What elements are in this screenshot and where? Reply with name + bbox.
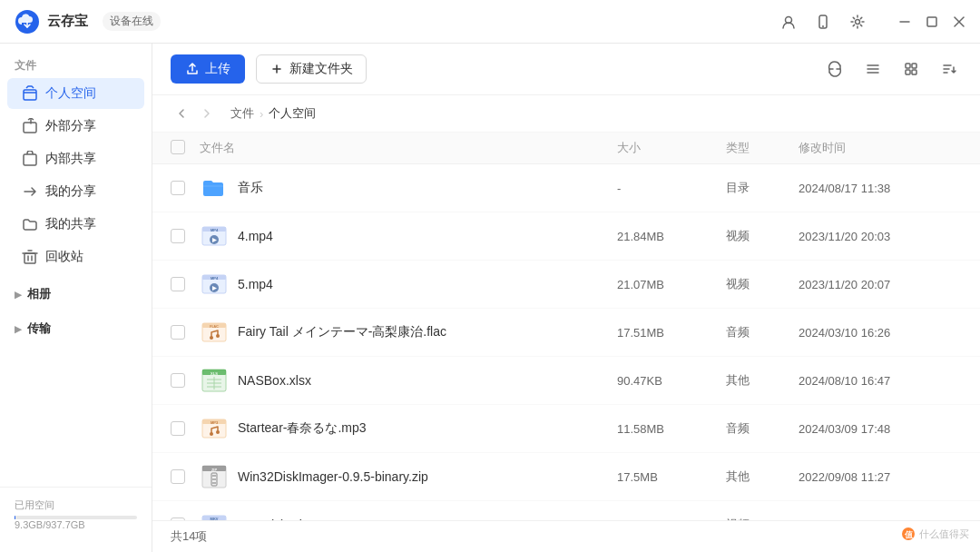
personal-space-label: 个人空间 [45, 85, 96, 102]
svg-point-4 [822, 25, 824, 27]
svg-text:值: 值 [904, 530, 914, 539]
folder-icon-0 [200, 173, 229, 202]
storage-used-label: 已用空间 [15, 499, 54, 510]
transfer-arrow-icon: ▶ [15, 324, 22, 334]
table-row[interactable]: ZIP Win32DiskImager-0.9.5-binary.zip 17.… [152, 453, 980, 501]
sort-button[interactable] [936, 56, 962, 82]
table-row[interactable]: XLS NASBox.xlsx 90.47KB 其他 2024/08/10 16… [152, 357, 980, 405]
close-button[interactable] [953, 15, 965, 28]
select-all-checkbox[interactable] [171, 140, 185, 154]
header-size: 大小 [617, 140, 726, 156]
storage-amount: 9.3GB/937.7GB [15, 519, 85, 530]
svg-point-51 [210, 432, 213, 436]
sidebar-item-trash[interactable]: 回收站 [7, 242, 144, 272]
svg-rect-23 [906, 70, 910, 74]
nav-back-button[interactable] [171, 103, 192, 124]
row-checkbox-2[interactable] [171, 277, 200, 291]
table-row[interactable]: FLAC Fairy Tail メインテーマ-高梨康治.flac 17.51MB… [152, 309, 980, 357]
watermark-icon: 值 [901, 527, 916, 541]
file-name-cell-4: XLS NASBox.xlsx [200, 366, 617, 395]
folder-share-label: 我的共享 [45, 216, 96, 232]
svg-rect-11 [24, 123, 36, 133]
file-name-3: Fairy Tail メインテーマ-高梨康治.flac [238, 324, 446, 340]
upload-button[interactable]: 上传 [171, 54, 245, 84]
excel-icon-4: XLS [200, 366, 229, 395]
row-checkbox-3[interactable] [171, 325, 200, 340]
file-name-0: 音乐 [238, 180, 263, 196]
restore-button[interactable] [926, 15, 938, 28]
trash-label: 回收站 [45, 249, 83, 265]
svg-rect-10 [24, 90, 36, 100]
row-checkbox-1[interactable] [171, 229, 200, 243]
file-name-cell-5: MP3 Startear-春奈るな.mp3 [200, 414, 617, 443]
sidebar-group-albums: ▶ 相册 [0, 281, 152, 308]
svg-rect-7 [927, 17, 936, 26]
file-type-3: 音频 [726, 324, 799, 340]
grid-view-button[interactable] [898, 56, 924, 82]
file-size-2: 21.07MB [617, 278, 726, 291]
file-size-5: 11.58MB [617, 422, 726, 436]
sidebar-item-folder-share[interactable]: 我的共享 [7, 209, 144, 240]
sidebar-group-transfer-header[interactable]: ▶ 传输 [0, 315, 152, 342]
file-name-cell-1: MP4 4.mp4 [200, 222, 617, 251]
file-name-cell-6: ZIP Win32DiskImager-0.9.5-binary.zip [200, 462, 617, 491]
total-count: 共14项 [171, 529, 207, 543]
external-share-icon [22, 118, 38, 134]
file-name-4: NASBox.xlsx [238, 373, 311, 388]
header-type: 类型 [726, 140, 799, 156]
table-row[interactable]: MKV aaaa (1).mkv 3.55MB 视频 2022/05/23 16… [152, 501, 980, 520]
nav-forward-button[interactable] [196, 103, 218, 124]
sidebar-group-albums-header[interactable]: ▶ 相册 [0, 281, 152, 308]
sidebar-item-internal-share[interactable]: 内部共享 [7, 143, 144, 174]
internal-share-label: 内部共享 [45, 151, 96, 167]
table-row[interactable]: MP4 5.mp4 21.07MB 视频 2023/11/20 20:07 [152, 261, 980, 309]
table-row[interactable]: MP4 4.mp4 21.84MB 视频 2023/11/20 20:03 [152, 212, 980, 261]
sidebar-item-personal-space[interactable]: 个人空间 [7, 78, 144, 109]
sidebar-item-my-share[interactable]: 我的分享 [7, 176, 144, 207]
svg-text:MP3: MP3 [211, 420, 219, 425]
user-icon[interactable] [780, 14, 797, 30]
minimize-button[interactable] [898, 15, 911, 28]
svg-rect-22 [912, 64, 916, 68]
file-name-6: Win32DiskImager-0.9.5-binary.zip [238, 469, 428, 484]
file-type-2: 视频 [726, 276, 799, 292]
breadcrumb: 文件 › 个人空间 [152, 95, 980, 133]
row-checkbox-0[interactable] [171, 181, 200, 195]
table-row[interactable]: MP3 Startear-春奈るな.mp3 11.58MB 音频 2024/03… [152, 405, 980, 453]
header-checkbox[interactable] [171, 140, 200, 156]
file-name-cell-2: MP4 5.mp4 [200, 270, 617, 299]
folder-share-icon [22, 216, 38, 232]
sidebar-item-external-share[interactable]: 外部分享 [7, 111, 144, 142]
phone-icon[interactable] [815, 14, 831, 30]
new-folder-label: 新建文件夹 [289, 61, 353, 77]
transfer-label: 传输 [27, 320, 51, 337]
row-checkbox-6[interactable] [171, 469, 200, 484]
breadcrumb-parent[interactable]: 文件 [230, 105, 254, 122]
file-name-cell-3: FLAC Fairy Tail メインテーマ-高梨康治.flac [200, 318, 617, 347]
svg-text:XLS: XLS [211, 371, 218, 376]
upload-label: 上传 [205, 61, 230, 77]
albums-arrow-icon: ▶ [15, 290, 22, 300]
content-area: 上传 新建文件夹 [152, 44, 980, 552]
table-row[interactable]: 音乐 - 目录 2024/08/17 11:38 [152, 164, 980, 212]
file-date-2: 2023/11/20 20:07 [799, 278, 962, 291]
settings-icon[interactable] [849, 14, 866, 30]
my-share-icon [22, 183, 38, 200]
my-share-label: 我的分享 [45, 183, 96, 200]
row-checkbox-4[interactable] [171, 373, 200, 388]
video-icon-2: MP4 [200, 270, 229, 299]
file-size-4: 90.47KB [617, 374, 726, 388]
file-name-2: 5.mp4 [238, 277, 273, 291]
refresh-button[interactable] [822, 56, 848, 82]
new-folder-button[interactable]: 新建文件夹 [256, 54, 367, 84]
file-size-1: 21.84MB [617, 230, 726, 243]
breadcrumb-current: 个人空间 [269, 105, 316, 122]
row-checkbox-5[interactable] [171, 421, 200, 436]
svg-point-40 [216, 334, 220, 338]
file-date-6: 2022/09/08 11:27 [799, 470, 962, 484]
svg-text:FLAC: FLAC [210, 325, 219, 329]
list-view-button[interactable] [860, 56, 886, 82]
watermark: 值 什么值得买 [901, 527, 969, 541]
sidebar-group-transfer: ▶ 传输 [0, 315, 152, 342]
file-type-1: 视频 [726, 228, 799, 244]
